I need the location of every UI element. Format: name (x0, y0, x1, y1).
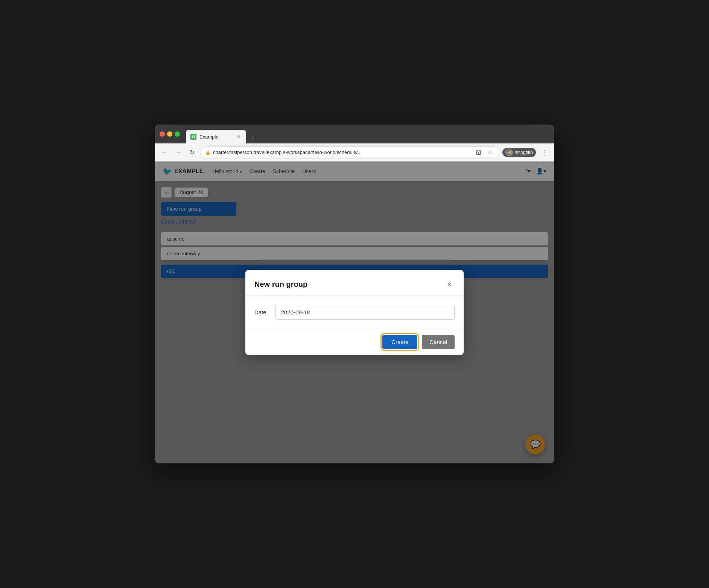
modal-close-button[interactable]: × (444, 279, 455, 289)
tab-close-button[interactable]: × (236, 134, 242, 140)
nav-forward-button[interactable]: → (173, 147, 184, 158)
browser-window: 🗓 Example × + ← → ↻ 🔒 charter.firstperso… (155, 125, 554, 463)
modal-overlay: New run group × Date Create Cancel (155, 161, 554, 463)
modal-footer: Create Cancel (245, 329, 464, 355)
nav-refresh-button[interactable]: ↻ (187, 147, 197, 158)
maximize-traffic-light[interactable] (175, 131, 180, 137)
browser-titlebar: 🗓 Example × + (155, 125, 554, 143)
tab-bar: 🗓 Example × + (186, 125, 549, 143)
close-traffic-light[interactable] (160, 131, 165, 137)
lock-icon: 🔒 (205, 150, 211, 155)
nav-back-button[interactable]: ← (160, 147, 170, 158)
active-tab[interactable]: 🗓 Example × (186, 130, 246, 143)
incognito-icon: 🕵 (505, 149, 513, 156)
minimize-traffic-light[interactable] (167, 131, 172, 137)
modal-title: New run group (254, 280, 307, 289)
cancel-button[interactable]: Cancel (422, 335, 455, 349)
incognito-label: Incognito (514, 150, 533, 155)
address-text: charter.firstperson.travel/example-works… (213, 149, 472, 155)
modal-body: Date (245, 296, 464, 329)
browser-addressbar: ← → ↻ 🔒 charter.firstperson.travel/examp… (155, 143, 554, 161)
new-tab-button[interactable]: + (248, 133, 258, 143)
key-icon[interactable]: ⚿ (474, 148, 483, 157)
modal-header: New run group × (245, 270, 464, 296)
date-input[interactable] (275, 305, 455, 320)
traffic-lights (160, 131, 180, 137)
incognito-badge: 🕵 Incognito (502, 148, 536, 157)
star-icon[interactable]: ☆ (485, 148, 494, 157)
create-button[interactable]: Create (382, 335, 417, 349)
modal-dialog: New run group × Date Create Cancel (245, 270, 464, 355)
tab-favicon: 🗓 (190, 134, 196, 140)
address-bar[interactable]: 🔒 charter.firstperson.travel/example-wor… (200, 146, 499, 158)
app-content: 🐦 EXAMPLE Hello world Create Schedule Us… (155, 161, 554, 463)
tab-title: Example (199, 134, 233, 140)
date-label: Date (254, 309, 266, 315)
browser-menu-button[interactable]: ⋮ (539, 147, 549, 158)
address-icons: ⚿ ☆ (474, 148, 494, 157)
